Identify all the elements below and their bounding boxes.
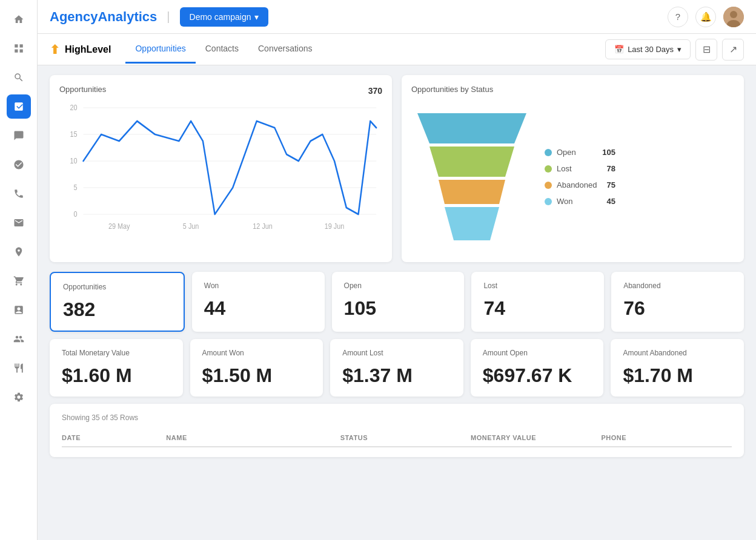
funnel-content: Open 105 Lost 78 Abandoned 75 <box>411 101 734 252</box>
metric-amount-won-label: Amount Won <box>202 349 311 357</box>
tab-opportunities[interactable]: Opportunities <box>125 35 195 64</box>
svg-marker-18 <box>429 147 514 177</box>
logo: AgencyAnalytics <box>50 9 157 25</box>
svg-text:10: 10 <box>70 157 78 165</box>
metric-amount-open[interactable]: Amount Open $697.67 K <box>471 339 604 397</box>
metric-opportunities[interactable]: Opportunities 382 <box>50 272 185 332</box>
metrics-row-1: Opportunities 382 Won 44 Open 105 Lost 7… <box>50 272 744 332</box>
help-icon: ? <box>675 12 680 22</box>
open-dot <box>545 149 552 156</box>
demo-campaign-label: Demo campaign <box>190 12 251 22</box>
date-range-label: Last 30 Days <box>628 45 674 54</box>
brand-icon: ⬆ <box>50 42 60 57</box>
sub-header-left: ⬆ HighLevel Opportunities Contacts Conve… <box>50 35 322 64</box>
tab-conversations[interactable]: Conversations <box>248 35 322 64</box>
svg-point-1 <box>730 11 737 18</box>
metric-lost-label: Lost <box>483 282 592 290</box>
chevron-down-icon: ▾ <box>677 45 681 54</box>
table-header: DATE NAME STATUS MONETARY VALUE PHONE <box>62 429 732 447</box>
funnel-title: Opportunities by Status <box>411 85 493 94</box>
tabs: Opportunities Contacts Conversations <box>125 35 322 64</box>
metric-amount-lost[interactable]: Amount Lost $1.37 M <box>330 339 463 397</box>
nav-integrations-icon[interactable] <box>7 356 31 380</box>
nav-shop-icon[interactable] <box>7 269 31 293</box>
metric-won[interactable]: Won 44 <box>192 272 325 332</box>
abandoned-dot <box>545 182 552 189</box>
date-range-button[interactable]: 📅 Last 30 Days ▾ <box>605 39 691 59</box>
metric-open[interactable]: Open 105 <box>332 272 465 332</box>
nav-mail-icon[interactable] <box>7 211 31 235</box>
funnel-svg <box>411 107 532 246</box>
nav-home-icon[interactable] <box>7 7 31 31</box>
nav-marketing-icon[interactable] <box>7 153 31 177</box>
svg-marker-17 <box>417 113 526 143</box>
col-status: STATUS <box>340 434 471 441</box>
metric-opportunities-label: Opportunities <box>63 283 171 291</box>
nav-analytics-icon[interactable] <box>7 94 31 119</box>
abandoned-label: Abandoned <box>557 180 597 189</box>
open-label: Open <box>557 148 592 157</box>
header-right: ? 🔔 <box>668 7 744 27</box>
chart-title: Opportunities <box>59 85 106 94</box>
chart-total: 370 <box>368 86 382 96</box>
filter-icon: ⊟ <box>703 44 711 55</box>
nav-grid-icon[interactable] <box>7 36 31 61</box>
content-area: Opportunities 370 20 15 10 5 0 <box>38 65 756 540</box>
won-value: 45 <box>607 197 615 206</box>
sub-header-right: 📅 Last 30 Days ▾ ⊟ ↗ <box>605 39 744 61</box>
line-chart-svg: 20 15 10 5 0 29 May 5 Jun 12 Jun 19 Jun <box>59 101 382 234</box>
calendar-icon: 📅 <box>614 45 624 54</box>
nav-search-icon[interactable] <box>7 65 31 90</box>
metric-abandoned[interactable]: Abandoned 76 <box>611 272 744 332</box>
metric-open-value: 105 <box>344 297 453 320</box>
dropdown-chevron-icon: ▾ <box>254 12 259 22</box>
left-navigation <box>0 0 38 540</box>
metric-amount-open-label: Amount Open <box>483 349 592 357</box>
logo-agency: Agency <box>50 9 98 24</box>
logo-divider: | <box>167 10 170 24</box>
share-button[interactable]: ↗ <box>722 39 744 61</box>
nav-settings-icon[interactable] <box>7 385 31 409</box>
col-phone: PHONE <box>602 434 732 441</box>
notifications-button[interactable]: 🔔 <box>695 7 716 27</box>
avatar-image <box>723 7 744 27</box>
user-avatar[interactable] <box>723 7 744 27</box>
metric-won-label: Won <box>204 282 313 290</box>
metrics-row-2: Total Monetary Value $1.60 M Amount Won … <box>50 339 744 397</box>
metric-amount-abandoned[interactable]: Amount Abandoned $1.70 M <box>611 339 744 397</box>
metric-amount-abandoned-value: $1.70 M <box>623 364 732 387</box>
nav-location-icon[interactable] <box>7 240 31 264</box>
metric-lost-value: 74 <box>483 297 592 320</box>
demo-campaign-button[interactable]: Demo campaign ▾ <box>180 7 269 27</box>
lost-value: 78 <box>607 164 615 173</box>
metric-abandoned-value: 76 <box>623 297 732 320</box>
metric-amount-won[interactable]: Amount Won $1.50 M <box>190 339 323 397</box>
brand-name: HighLevel <box>65 44 111 55</box>
svg-marker-19 <box>439 180 505 204</box>
svg-marker-20 <box>445 207 499 240</box>
logo-analytics: Analytics <box>98 9 157 24</box>
col-name: NAME <box>166 434 340 441</box>
metric-lost[interactable]: Lost 74 <box>471 272 604 332</box>
lost-dot <box>545 165 552 173</box>
legend-open: Open 105 <box>545 148 615 157</box>
nav-phone-icon[interactable] <box>7 182 31 206</box>
nav-users-icon[interactable] <box>7 327 31 351</box>
metric-total-monetary[interactable]: Total Monetary Value $1.60 M <box>50 339 183 397</box>
metric-amount-abandoned-label: Amount Abandoned <box>623 349 732 357</box>
nav-reports-icon[interactable] <box>7 298 31 322</box>
svg-text:5: 5 <box>74 184 78 192</box>
chart-header: Opportunities 370 <box>59 85 382 96</box>
filter-button[interactable]: ⊟ <box>695 39 717 61</box>
svg-text:12 Jun: 12 Jun <box>253 223 273 231</box>
charts-row: Opportunities 370 20 15 10 5 0 <box>50 75 744 262</box>
won-dot <box>545 198 552 205</box>
won-label: Won <box>557 197 597 206</box>
nav-chat-icon[interactable] <box>7 123 31 148</box>
svg-text:0: 0 <box>74 211 78 219</box>
bell-icon: 🔔 <box>700 12 712 22</box>
help-button[interactable]: ? <box>668 7 688 27</box>
open-value: 105 <box>602 148 615 157</box>
tab-contacts[interactable]: Contacts <box>196 35 248 64</box>
data-table: Showing 35 of 35 Rows DATE NAME STATUS M… <box>50 404 744 457</box>
